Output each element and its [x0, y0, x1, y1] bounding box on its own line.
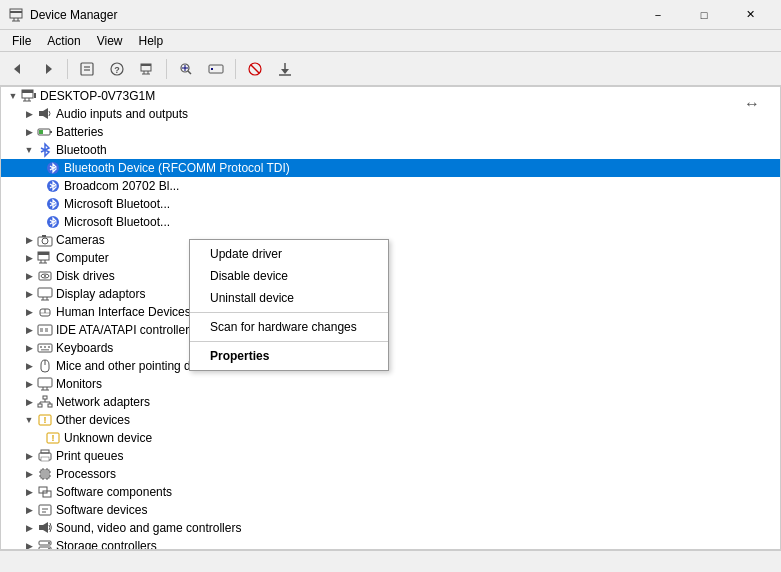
expander-ms-bt2[interactable] [37, 214, 45, 230]
expander-keyboards[interactable]: ▶ [21, 340, 37, 356]
tree-item-computer[interactable]: ▶ Computer [1, 249, 780, 267]
tree-label-printq: Print queues [56, 449, 123, 463]
minimize-button[interactable]: − [635, 0, 681, 30]
update-driver-toolbar-button[interactable]: ? [103, 56, 131, 82]
svg-rect-13 [141, 64, 151, 66]
title-bar: Device Manager − □ ✕ [0, 0, 781, 30]
toolbar-sep-1 [67, 59, 68, 79]
menu-help[interactable]: Help [131, 32, 172, 50]
close-button[interactable]: ✕ [727, 0, 773, 30]
expander-monitors[interactable]: ▶ [21, 376, 37, 392]
download-button[interactable] [271, 56, 299, 82]
print-icon [37, 448, 53, 464]
menu-file[interactable]: File [4, 32, 39, 50]
svg-marker-27 [281, 69, 289, 74]
expander-swdev[interactable]: ▶ [21, 502, 37, 518]
expander-storage[interactable]: ▶ [21, 538, 37, 550]
tree-label-display: Display adaptors [56, 287, 145, 301]
tree-item-processors[interactable]: ▶ Processors [1, 465, 780, 483]
svg-line-25 [251, 65, 259, 73]
expander-disk[interactable]: ▶ [21, 268, 37, 284]
scan-hardware-toolbar-button[interactable] [172, 56, 200, 82]
menu-action[interactable]: Action [39, 32, 88, 50]
tree-label-cameras: Cameras [56, 233, 105, 247]
tree-item-mice[interactable]: ▶ Mice and other pointing devices [1, 357, 780, 375]
expander-audio[interactable]: ▶ [21, 106, 37, 122]
expander-sound[interactable]: ▶ [21, 520, 37, 536]
tree-item-unknown[interactable]: ! Unknown device [1, 429, 780, 447]
expander-other[interactable]: ▼ [21, 412, 37, 428]
forward-button[interactable] [34, 56, 62, 82]
maximize-button[interactable]: □ [681, 0, 727, 30]
tree-item-bt-device[interactable]: Bluetooth Device (RFCOMM Protocol TDI) [1, 159, 780, 177]
svg-rect-63 [40, 328, 43, 332]
title-bar-buttons: − □ ✕ [635, 0, 773, 30]
tree-item-other[interactable]: ▼ ! Other devices [1, 411, 780, 429]
svg-rect-68 [48, 346, 50, 348]
properties-small-button[interactable] [73, 56, 101, 82]
ctx-disable-device[interactable]: Disable device [190, 265, 388, 287]
menu-view[interactable]: View [89, 32, 131, 50]
expander-broadcom[interactable] [37, 178, 45, 194]
expander-computer[interactable]: ▶ [21, 250, 37, 266]
expander-hid[interactable]: ▶ [21, 304, 37, 320]
tree-item-audio[interactable]: ▶ Audio inputs and outputs [1, 105, 780, 123]
svg-rect-1 [10, 11, 22, 13]
svg-marker-6 [46, 64, 52, 74]
expander-display[interactable]: ▶ [21, 286, 37, 302]
expander-ide[interactable]: ▶ [21, 322, 37, 338]
svg-rect-35 [39, 111, 43, 116]
tree-item-ms-bt1[interactable]: Microsoft Bluetoot... [1, 195, 780, 213]
tree-item-network[interactable]: ▶ Network adapters [1, 393, 780, 411]
back-button[interactable] [4, 56, 32, 82]
ctx-properties[interactable]: Properties [190, 345, 388, 367]
tree-item-storage[interactable]: ▶ Storage controllers [1, 537, 780, 550]
tree-item-bluetooth[interactable]: ▼ Bluetooth [1, 141, 780, 159]
ctx-uninstall-device[interactable]: Uninstall device [190, 287, 388, 309]
tree-item-broadcom[interactable]: Broadcom 20702 Bl... [1, 177, 780, 195]
expander-bt-device[interactable] [37, 160, 45, 176]
expander-mice[interactable]: ▶ [21, 358, 37, 374]
disable-toolbar-button[interactable] [241, 56, 269, 82]
tree-item-keyboards[interactable]: ▶ Keyboards [1, 339, 780, 357]
unknown-icon: ! [45, 430, 61, 446]
tree-item-monitors[interactable]: ▶ Monitors [1, 375, 780, 393]
expander-unknown[interactable] [37, 430, 45, 446]
expander-printq[interactable]: ▶ [21, 448, 37, 464]
tree-item-root[interactable]: ▼ DESKTOP-0V73G1M [1, 87, 780, 105]
svg-rect-64 [45, 328, 48, 332]
ctx-update-driver[interactable]: Update driver [190, 243, 388, 265]
expander-batteries[interactable]: ▶ [21, 124, 37, 140]
tree-item-hid[interactable]: ▶ Human Interface Devices [1, 303, 780, 321]
expander-network[interactable]: ▶ [21, 394, 37, 410]
svg-rect-88 [41, 457, 49, 461]
tree-item-ide[interactable]: ▶ IDE ATA/ATAPI controllers [1, 321, 780, 339]
add-legacy-button[interactable] [202, 56, 230, 82]
expander-processors[interactable]: ▶ [21, 466, 37, 482]
tree-item-swcomp[interactable]: ▶ Software components [1, 483, 780, 501]
expander-bluetooth[interactable]: ▼ [21, 142, 37, 158]
tree-item-cameras[interactable]: ▶ Cameras [1, 231, 780, 249]
tree-item-disk[interactable]: ▶ Disk drives [1, 267, 780, 285]
svg-point-45 [42, 238, 48, 244]
tree-item-sound[interactable]: ▶ Sound, video and game controllers [1, 519, 780, 537]
svg-rect-39 [39, 130, 43, 134]
tree-item-batteries[interactable]: ▶ Batteries [1, 123, 780, 141]
cpu-icon [37, 466, 53, 482]
tree-item-printq[interactable]: ▶ Print queues [1, 447, 780, 465]
tree-item-ms-bt2[interactable]: Microsoft Bluetoot... [1, 213, 780, 231]
device-tree[interactable]: ↔ ▼ DESKTOP-0V73G1M ▶ [0, 86, 781, 550]
tree-item-swdev[interactable]: ▶ Software devices [1, 501, 780, 519]
tree-label-ide: IDE ATA/ATAPI controllers [56, 323, 195, 337]
expander-ms-bt1[interactable] [37, 196, 45, 212]
ctx-scan-hardware[interactable]: Scan for hardware changes [190, 316, 388, 338]
sound-icon [37, 520, 53, 536]
svg-rect-48 [38, 252, 49, 255]
device-manager-toolbar-button[interactable] [133, 56, 161, 82]
tree-item-display[interactable]: ▶ Display adaptors [1, 285, 780, 303]
expander-swcomp[interactable]: ▶ [21, 484, 37, 500]
svg-text:!: ! [52, 433, 55, 443]
expander-cameras[interactable]: ▶ [21, 232, 37, 248]
tree-label-bluetooth: Bluetooth [56, 143, 107, 157]
expander-root[interactable]: ▼ [5, 88, 21, 104]
